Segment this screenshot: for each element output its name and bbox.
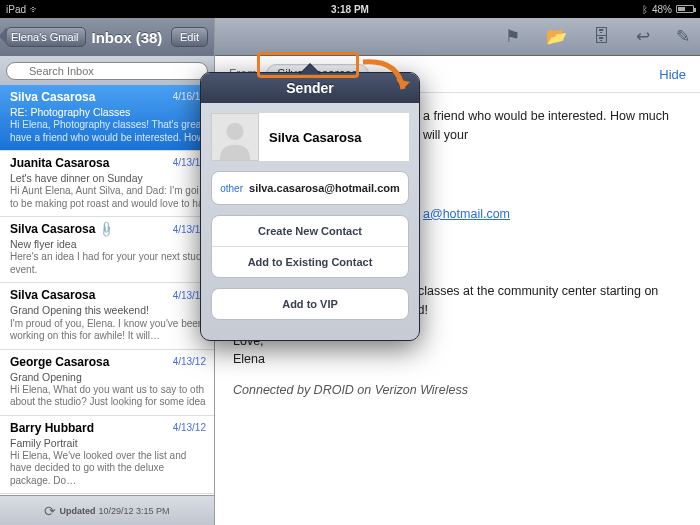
back-button[interactable]: Elena's Gmail: [6, 27, 86, 47]
email-value: silva.casarosa@hotmail.com: [249, 182, 400, 194]
message-item[interactable]: Silva Casarosa📎4/13/12New flyer ideaHere…: [0, 217, 214, 283]
carrier-label: iPad: [6, 4, 26, 15]
message-item[interactable]: George Casarosa4/13/12Grand OpeningHi El…: [0, 350, 214, 416]
message-item[interactable]: Silva Casarosa4/13/12Grand Opening this …: [0, 283, 214, 349]
sidebar-footer: ⟳ Updated 10/29/12 3:15 PM: [0, 495, 214, 525]
inbox-title: Inbox (38): [92, 29, 166, 46]
popover-tip-icon: [299, 63, 321, 74]
flag-icon[interactable]: ⚑: [505, 26, 520, 47]
add-vip-button[interactable]: Add to VIP: [211, 288, 409, 320]
edit-button[interactable]: Edit: [171, 27, 208, 47]
search-icon: [6, 61, 208, 80]
search-input[interactable]: [6, 62, 208, 80]
cc-email-link[interactable]: a@hotmail.com: [423, 207, 510, 221]
status-time: 3:18 PM: [331, 4, 369, 15]
attachment-icon: 📎: [97, 220, 117, 240]
archive-icon[interactable]: 🗄: [593, 27, 610, 47]
sender-popover: Sender Silva Casarosa other silva.casaro…: [200, 72, 420, 341]
svg-point-0: [226, 123, 243, 140]
mail-toolbar: ⚑ 📂 🗄 ↩︎ ✎: [215, 18, 700, 56]
create-contact-button[interactable]: Create New Contact: [212, 216, 408, 247]
battery-percent: 48%: [652, 4, 672, 15]
add-existing-contact-button[interactable]: Add to Existing Contact: [212, 247, 408, 277]
hide-button[interactable]: Hide: [659, 67, 686, 82]
body-fragment: a friend who would be interested. How mu…: [423, 107, 682, 145]
contact-name: Silva Casarosa: [269, 130, 362, 145]
mailbox-sidebar: Elena's Gmail Inbox (38) Edit Silva Casa…: [0, 18, 215, 525]
avatar-placeholder-icon: [211, 113, 259, 161]
message-item[interactable]: Barry Hubbard4/13/12Family PortraitHi El…: [0, 416, 214, 495]
popover-title: Sender: [201, 73, 419, 103]
compose-icon[interactable]: ✎: [676, 26, 690, 47]
battery-icon: [676, 5, 694, 13]
wifi-icon: ᯤ: [30, 4, 40, 15]
refresh-icon[interactable]: ⟳: [44, 503, 56, 519]
message-list: Silva Casarosa4/16/12RE: Photography Cla…: [0, 85, 214, 495]
reply-icon[interactable]: ↩︎: [636, 26, 650, 47]
email-label: other: [220, 183, 243, 194]
signature: Connected by DROID on Verizon Wireless: [233, 381, 682, 400]
move-icon[interactable]: 📂: [546, 26, 567, 47]
contact-email-card[interactable]: other silva.casarosa@hotmail.com: [211, 171, 409, 205]
status-bar: iPad ᯤ 3:18 PM ᛒ 48%: [0, 0, 700, 18]
bluetooth-icon: ᛒ: [642, 4, 648, 15]
message-item[interactable]: Juanita Casarosa4/13/12Let's have dinner…: [0, 151, 214, 217]
message-item[interactable]: Silva Casarosa4/16/12RE: Photography Cla…: [0, 85, 214, 151]
